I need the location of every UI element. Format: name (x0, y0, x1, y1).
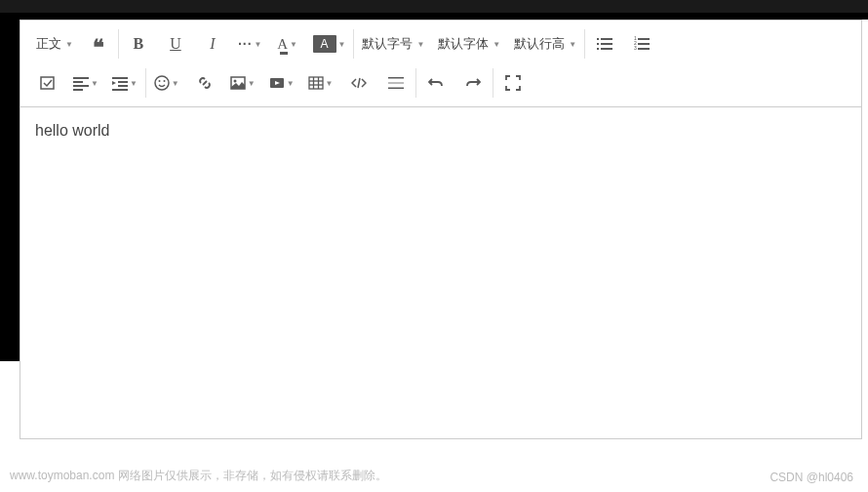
group-history (416, 68, 493, 98)
svg-rect-15 (73, 85, 89, 87)
font-family-label: 默认字体 (438, 35, 489, 53)
svg-rect-11 (638, 48, 650, 50)
line-height-label: 默认行高 (514, 35, 565, 53)
font-size-dropdown[interactable]: 默认字号 ▼ (362, 31, 424, 57)
font-color-dropdown[interactable]: A ▼ (276, 31, 299, 57)
svg-rect-20 (112, 89, 128, 91)
svg-rect-14 (73, 81, 83, 83)
caret-down-icon: ▼ (172, 79, 179, 88)
more-styles-dropdown[interactable]: ··· ▼ (238, 31, 262, 57)
toolbar-row-1: 正文 ▼ ❝ B U I ··· ▼ A ▼ A (28, 24, 853, 63)
bold-button[interactable]: B (127, 31, 150, 57)
font-color-letter: A (277, 36, 288, 53)
svg-rect-4 (597, 48, 599, 50)
svg-point-25 (233, 80, 236, 83)
code-button[interactable] (347, 70, 371, 96)
caret-down-icon: ▼ (569, 40, 576, 49)
blockquote-button[interactable]: ❝ (87, 31, 110, 57)
content-text: hello world (35, 122, 109, 139)
group-font: 默认字号 ▼ 默认字体 ▼ 默认行高 ▼ (354, 29, 585, 59)
caret-down-icon: ▼ (287, 79, 295, 88)
list-ol-icon: 123 (634, 36, 650, 52)
group-task-align: ▼ ▼ (28, 68, 146, 98)
undo-icon (428, 75, 444, 91)
svg-rect-33 (388, 82, 404, 84)
bg-color-letter: A (313, 35, 336, 53)
group-insert: ▼ ▼ ▼ ▼ (146, 68, 416, 98)
svg-rect-16 (73, 89, 83, 91)
link-icon (197, 75, 213, 91)
underline-button[interactable]: U (164, 31, 187, 57)
list-ul-icon (597, 36, 612, 52)
caret-down-icon: ▼ (255, 40, 262, 49)
ordered-list-button[interactable]: 123 (630, 31, 653, 57)
heading-label: 正文 (36, 35, 61, 53)
svg-point-23 (163, 80, 165, 82)
line-height-dropdown[interactable]: 默认行高 ▼ (514, 31, 576, 57)
group-heading: 正文 ▼ ❝ (28, 29, 119, 59)
todo-button[interactable] (36, 70, 59, 96)
bg-color-dropdown[interactable]: A ▼ (313, 31, 346, 57)
svg-rect-12 (41, 77, 54, 89)
link-button[interactable] (193, 70, 217, 96)
fullscreen-button[interactable] (501, 70, 525, 96)
divider-button[interactable] (384, 70, 408, 96)
font-family-dropdown[interactable]: 默认字体 ▼ (438, 31, 500, 57)
fullscreen-icon (505, 75, 521, 91)
footer-watermark-left: www.toymoban.com 网络图片仅供展示，非存储，如有侵权请联系删除。 (10, 468, 387, 484)
checkbox-icon (40, 75, 56, 91)
caret-down-icon: ▼ (130, 79, 138, 88)
browser-side-border (0, 20, 20, 361)
svg-rect-19 (118, 85, 128, 87)
table-dropdown[interactable]: ▼ (308, 70, 334, 96)
group-fullscreen (493, 68, 533, 98)
redo-button[interactable] (461, 70, 485, 96)
editor-toolbar: 正文 ▼ ❝ B U I ··· ▼ A ▼ A (20, 20, 862, 107)
svg-rect-7 (638, 38, 650, 40)
image-dropdown[interactable]: ▼ (230, 70, 256, 96)
editor-content[interactable]: hello world (20, 107, 862, 439)
caret-down-icon: ▼ (290, 40, 297, 49)
svg-rect-34 (388, 88, 404, 90)
svg-rect-5 (601, 48, 612, 50)
video-dropdown[interactable]: ▼ (269, 70, 295, 96)
more-label: ··· (238, 36, 253, 52)
indent-icon (112, 75, 128, 91)
group-text-style: B U I ··· ▼ A ▼ A ▼ (119, 29, 355, 59)
svg-rect-0 (597, 38, 599, 40)
caret-down-icon: ▼ (493, 40, 500, 49)
svg-rect-3 (601, 43, 612, 45)
video-icon (269, 75, 285, 91)
emoji-icon (154, 75, 170, 91)
caret-down-icon: ▼ (338, 40, 346, 49)
caret-down-icon: ▼ (248, 79, 256, 88)
caret-down-icon: ▼ (91, 79, 99, 88)
align-left-icon (73, 75, 89, 91)
svg-text:3: 3 (634, 45, 637, 51)
svg-point-22 (158, 80, 160, 82)
redo-icon (465, 75, 481, 91)
svg-rect-13 (73, 77, 89, 79)
indent-dropdown[interactable]: ▼ (112, 70, 138, 96)
italic-button[interactable]: I (201, 31, 224, 57)
heading-dropdown[interactable]: 正文 ▼ (36, 31, 73, 57)
svg-point-21 (155, 76, 169, 90)
undo-button[interactable] (424, 70, 448, 96)
toolbar-row-2: ▼ ▼ ▼ ▼ (28, 63, 853, 102)
table-icon (308, 75, 324, 91)
align-dropdown[interactable]: ▼ (73, 70, 99, 96)
caret-down-icon: ▼ (65, 40, 73, 49)
svg-rect-32 (388, 77, 404, 79)
caret-down-icon: ▼ (326, 79, 334, 88)
browser-top-bar (0, 0, 868, 20)
font-size-label: 默认字号 (362, 35, 413, 53)
svg-rect-27 (309, 77, 323, 89)
svg-rect-9 (638, 43, 650, 45)
svg-rect-2 (597, 43, 599, 45)
svg-rect-1 (601, 38, 612, 40)
editor-container: 正文 ▼ ❝ B U I ··· ▼ A ▼ A (20, 20, 862, 463)
image-icon (230, 75, 246, 91)
emoji-dropdown[interactable]: ▼ (154, 70, 179, 96)
caret-down-icon: ▼ (416, 40, 424, 49)
unordered-list-button[interactable] (593, 31, 616, 57)
